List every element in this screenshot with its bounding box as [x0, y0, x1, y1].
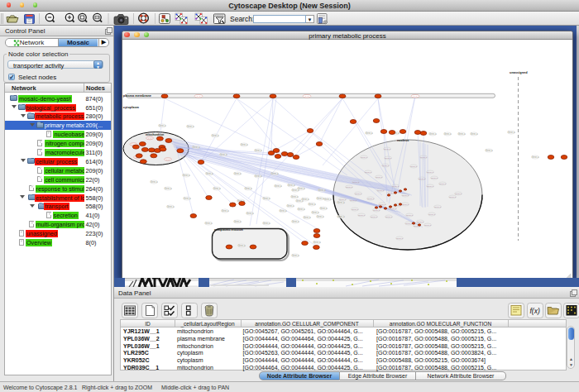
- svg-text:Gene-a: Gene-a: [165, 187, 172, 190]
- svg-text:Gene-a: Gene-a: [371, 216, 378, 218]
- svg-text:[...]: [...]: [305, 95, 309, 98]
- svg-text:Gene-a: Gene-a: [292, 220, 299, 223]
- svg-text:Gene-a: Gene-a: [385, 157, 392, 160]
- svg-text:Gene-a: Gene-a: [382, 165, 390, 167]
- svg-text:mitochondrion: mitochondrion: [146, 133, 164, 136]
- svg-text:Gene-a: Gene-a: [183, 174, 190, 177]
- svg-text:Gene-a: Gene-a: [379, 203, 386, 206]
- svg-text:Gene-a: Gene-a: [471, 132, 478, 136]
- svg-text:Gene-a: Gene-a: [508, 131, 515, 134]
- svg-text:Gene-a: Gene-a: [255, 174, 262, 178]
- svg-text:Gene-a: Gene-a: [361, 156, 368, 159]
- svg-text:Gene-a: Gene-a: [280, 209, 287, 213]
- svg-text:Gene-a: Gene-a: [455, 193, 462, 195]
- svg-text:Gene-a: Gene-a: [287, 204, 294, 208]
- svg-text:[...]: [...]: [414, 95, 417, 98]
- svg-text:Gene-a: Gene-a: [429, 132, 437, 136]
- svg-text:Gene-a: Gene-a: [373, 209, 380, 212]
- svg-text:Gene-a: Gene-a: [304, 216, 311, 219]
- svg-text:Gene-a: Gene-a: [271, 172, 279, 175]
- svg-text:Gene-a: Gene-a: [187, 125, 194, 128]
- svg-text:unassigned: unassigned: [510, 70, 528, 74]
- svg-text:Gene-a: Gene-a: [263, 222, 270, 225]
- svg-text:Gene-a: Gene-a: [358, 214, 366, 217]
- svg-text:Gene-a: Gene-a: [396, 237, 404, 240]
- svg-text:Gene-a: Gene-a: [238, 244, 246, 247]
- svg-text:Gene-a: Gene-a: [420, 156, 428, 159]
- svg-text:Gene-a: Gene-a: [434, 206, 442, 208]
- svg-text:endoplasmic reticulum: endoplasmic reticulum: [214, 228, 243, 232]
- svg-text:Gene-a: Gene-a: [427, 171, 434, 174]
- svg-text:Gene-a: Gene-a: [444, 132, 452, 136]
- svg-text:Gene-a: Gene-a: [366, 131, 373, 135]
- svg-text:Gene-a: Gene-a: [255, 149, 262, 152]
- svg-text:Gene-a: Gene-a: [431, 177, 438, 179]
- svg-text:Gene-a: Gene-a: [405, 222, 413, 225]
- svg-text:Gene-a: Gene-a: [449, 196, 457, 198]
- svg-text:plasma membrane: plasma membrane: [123, 93, 152, 98]
- svg-text:Gene-a: Gene-a: [151, 180, 158, 184]
- svg-text:Gene-a: Gene-a: [206, 172, 213, 175]
- svg-text:Gene-a: Gene-a: [324, 198, 332, 201]
- svg-text:Gene-a: Gene-a: [339, 198, 347, 201]
- svg-text:Gene-a: Gene-a: [385, 216, 393, 218]
- svg-text:Gene-a: Gene-a: [350, 199, 357, 202]
- svg-text:Gene-a: Gene-a: [159, 124, 166, 127]
- svg-text:Gene-a: Gene-a: [184, 197, 191, 200]
- svg-text:Gene-a: Gene-a: [263, 197, 270, 200]
- svg-text:Gene-a: Gene-a: [532, 155, 539, 159]
- svg-text:Gene-a: Gene-a: [337, 215, 345, 218]
- svg-text:Gene-a: Gene-a: [367, 198, 375, 200]
- svg-text:[...]: [...]: [166, 159, 170, 161]
- svg-text:Gene-a: Gene-a: [365, 171, 372, 174]
- svg-text:Gene-a: Gene-a: [193, 146, 200, 149]
- svg-text:Gene-a: Gene-a: [392, 185, 400, 188]
- svg-text:Gene-a: Gene-a: [346, 186, 353, 189]
- svg-text:Gene-a: Gene-a: [298, 187, 305, 190]
- svg-text:Gene-a: Gene-a: [288, 184, 295, 187]
- svg-text:Gene-a: Gene-a: [241, 143, 248, 146]
- svg-text:Gene-a: Gene-a: [317, 215, 324, 218]
- svg-text:Gene-a: Gene-a: [377, 189, 385, 192]
- svg-text:Gene-a: Gene-a: [355, 193, 362, 195]
- svg-text:Gene-a: Gene-a: [291, 195, 299, 198]
- svg-text:Gene-a: Gene-a: [245, 187, 252, 190]
- svg-text:Gene-a: Gene-a: [376, 176, 383, 179]
- svg-text:Gene-a: Gene-a: [167, 205, 175, 208]
- svg-text:Gene-a: Gene-a: [234, 172, 242, 175]
- svg-text:Gene-a: Gene-a: [313, 241, 321, 244]
- svg-text:cytoplasm: cytoplasm: [123, 105, 140, 109]
- svg-text:Gene-a: Gene-a: [222, 209, 229, 213]
- svg-text:Gene-a: Gene-a: [352, 208, 359, 211]
- svg-text:Gene-a: Gene-a: [220, 153, 227, 156]
- svg-text:[...]: [...]: [197, 95, 200, 98]
- svg-text:Gene-a: Gene-a: [213, 187, 221, 190]
- svg-text:Gene-a: Gene-a: [419, 178, 426, 180]
- svg-text:Gene-a: Gene-a: [320, 207, 328, 210]
- svg-text:Gene-a: Gene-a: [205, 222, 213, 225]
- svg-text:Gene-a: Gene-a: [410, 165, 418, 168]
- svg-text:Gene-a: Gene-a: [312, 211, 319, 214]
- svg-text:Gene-a: Gene-a: [402, 194, 409, 197]
- svg-text:Gene-a: Gene-a: [246, 212, 254, 215]
- svg-text:Gene-a: Gene-a: [424, 224, 432, 227]
- svg-text:Gene-a: Gene-a: [406, 214, 414, 217]
- svg-text:Gene-a: Gene-a: [384, 148, 391, 151]
- svg-text:Gene-a: Gene-a: [427, 185, 434, 188]
- svg-text:Gene-a: Gene-a: [302, 198, 309, 201]
- svg-text:Gene-a: Gene-a: [298, 208, 305, 211]
- svg-text:Gene-a: Gene-a: [318, 189, 326, 192]
- svg-text:Gene-a: Gene-a: [234, 220, 242, 223]
- svg-text:Gene-a: Gene-a: [439, 183, 447, 185]
- svg-text:Gene-a: Gene-a: [337, 201, 345, 204]
- svg-text:Gene-a: Gene-a: [417, 221, 424, 223]
- svg-text:Gene-a: Gene-a: [428, 213, 436, 216]
- svg-text:[...]: [...]: [148, 137, 151, 140]
- svg-text:Gene-a: Gene-a: [486, 149, 493, 152]
- svg-text:Gene-a: Gene-a: [292, 254, 299, 257]
- svg-text:Gene-a: Gene-a: [275, 184, 282, 188]
- svg-text:nucleus: nucleus: [397, 139, 409, 142]
- svg-text:Gene-a: Gene-a: [458, 132, 466, 136]
- svg-text:Gene-a: Gene-a: [402, 203, 409, 206]
- svg-text:Gene-a: Gene-a: [317, 197, 324, 200]
